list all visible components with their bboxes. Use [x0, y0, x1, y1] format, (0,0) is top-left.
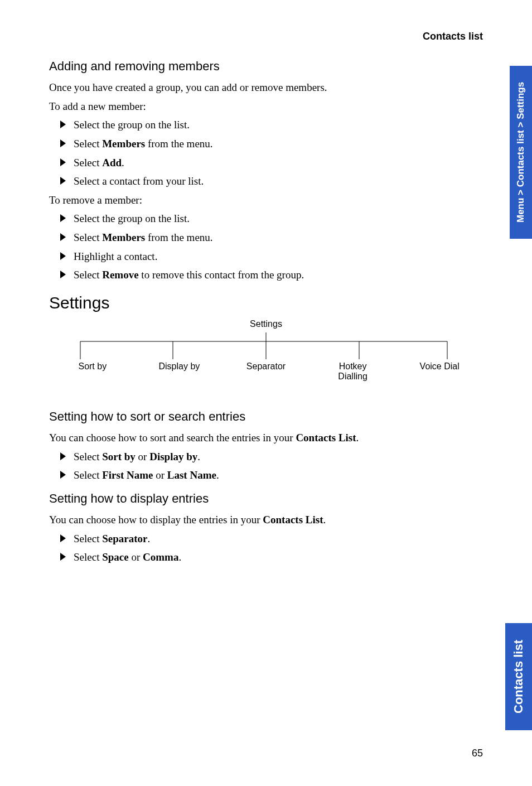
- text-fragment: or: [153, 469, 167, 481]
- text-fragment: .: [122, 157, 124, 168]
- step-text: Select a contact from your list.: [74, 174, 204, 189]
- tree-leaf: Hotkey Dialling: [309, 361, 396, 382]
- text-fragment: Select: [74, 533, 102, 544]
- section-heading-display: Setting how to display entries: [49, 491, 483, 506]
- page-number: 65: [472, 748, 483, 759]
- text-bold: Space: [102, 551, 129, 563]
- list-item: Select Sort by or Display by.: [49, 450, 483, 464]
- list-item: Select a contact from your list.: [49, 174, 483, 189]
- text-fragment: or: [129, 551, 143, 563]
- text-fragment: You can choose how to display the entrie…: [49, 514, 263, 525]
- text-fragment: from the menu.: [145, 232, 212, 243]
- tree-leaf: Sort by: [49, 361, 136, 382]
- list-item: Select Separator.: [49, 532, 483, 546]
- text-bold: Remove: [102, 269, 138, 281]
- text-bold: First Name: [102, 469, 153, 481]
- tree-root-label: Settings: [49, 319, 483, 329]
- intro-text: You can choose how to sort and search th…: [49, 431, 483, 445]
- list-item: Select the group on the list.: [49, 118, 483, 132]
- triangle-icon: [60, 252, 66, 260]
- tree-leaf-line: Hotkey: [309, 361, 396, 372]
- step-text: Select Separator.: [74, 532, 150, 546]
- text-fragment: to remove this contact from the group.: [139, 269, 304, 281]
- text-fragment: Select: [74, 451, 102, 462]
- text-bold: Last Name: [167, 469, 216, 481]
- text-fragment: .: [323, 514, 326, 525]
- list-item: Select the group on the list.: [49, 211, 483, 226]
- section-heading-adding: Adding and removing members: [49, 59, 483, 74]
- step-text: Select the group on the list.: [74, 118, 190, 132]
- step-text: Select Add.: [74, 156, 124, 170]
- list-item: Select Members from the menu.: [49, 230, 483, 245]
- triangle-icon: [60, 120, 66, 128]
- text-fragment: .: [356, 432, 359, 443]
- section-heading-settings: Settings: [49, 293, 483, 312]
- text-fragment: .: [197, 451, 200, 462]
- list-item: Highlight a contact.: [49, 249, 483, 264]
- step-text: Highlight a contact.: [74, 249, 157, 264]
- remove-intro: To remove a member:: [49, 193, 483, 208]
- tree-leaf: Separator: [223, 361, 309, 382]
- step-text: Select First Name or Last Name.: [74, 468, 219, 483]
- text-bold: Comma: [143, 551, 178, 563]
- text-fragment: Select: [74, 551, 102, 563]
- settings-tree: Settings Sort by Display by Separator Ho…: [49, 319, 483, 382]
- triangle-icon: [60, 471, 66, 479]
- triangle-icon: [60, 452, 66, 460]
- list-item: Select Members from the menu.: [49, 137, 483, 151]
- add-intro: To add a new member:: [49, 99, 483, 114]
- text-fragment: Select: [74, 138, 102, 150]
- intro-text: Once you have created a group, you can a…: [49, 80, 483, 95]
- text-fragment: .: [178, 551, 181, 563]
- triangle-icon: [60, 271, 66, 278]
- tree-leaf: Display by: [136, 361, 223, 382]
- tree-leaf-line: Dialling: [309, 372, 396, 382]
- page-header: Contacts list: [49, 31, 483, 42]
- list-item: Select First Name or Last Name.: [49, 468, 483, 483]
- text-bold: Add: [102, 157, 122, 168]
- tree-connectors: [49, 332, 483, 361]
- triangle-icon: [60, 553, 66, 561]
- text-fragment: Select: [74, 232, 102, 243]
- intro-text: You can choose how to display the entrie…: [49, 513, 483, 527]
- text-bold: Members: [102, 138, 145, 150]
- text-bold: Contacts List: [296, 432, 356, 443]
- text-bold: Contacts List: [263, 514, 323, 525]
- text-bold: Display by: [149, 451, 197, 462]
- text-fragment: from the menu.: [145, 138, 212, 150]
- triangle-icon: [60, 177, 66, 185]
- triangle-icon: [60, 233, 66, 241]
- text-fragment: .: [147, 533, 150, 544]
- text-fragment: Select: [74, 469, 102, 481]
- text-fragment: Select: [74, 269, 102, 281]
- tree-leaf: Voice Dial: [396, 361, 483, 382]
- text-fragment: .: [216, 469, 219, 481]
- step-text: Select Space or Comma.: [74, 550, 181, 565]
- step-text: Select Members from the menu.: [74, 230, 213, 245]
- step-text: Select Members from the menu.: [74, 137, 213, 151]
- text-fragment: or: [136, 451, 149, 462]
- triangle-icon: [60, 139, 66, 147]
- step-text: Select Remove to remove this contact fro…: [74, 268, 304, 282]
- section-heading-sort: Setting how to sort or search entries: [49, 409, 483, 424]
- step-text: Select the group on the list.: [74, 211, 190, 226]
- step-text: Select Sort by or Display by.: [74, 450, 200, 464]
- side-tab-breadcrumb: Menu > Contacts list > Settings: [510, 66, 532, 239]
- triangle-icon: [60, 214, 66, 222]
- text-fragment: Select: [74, 157, 102, 168]
- text-fragment: You can choose how to sort and search th…: [49, 432, 296, 443]
- list-item: Select Space or Comma.: [49, 550, 483, 565]
- text-bold: Members: [102, 232, 145, 243]
- list-item: Select Add.: [49, 156, 483, 170]
- side-tab-section: Contacts list: [505, 623, 532, 730]
- triangle-icon: [60, 158, 66, 166]
- text-bold: Sort by: [102, 451, 136, 462]
- list-item: Select Remove to remove this contact fro…: [49, 268, 483, 282]
- triangle-icon: [60, 534, 66, 542]
- text-bold: Separator: [102, 533, 147, 544]
